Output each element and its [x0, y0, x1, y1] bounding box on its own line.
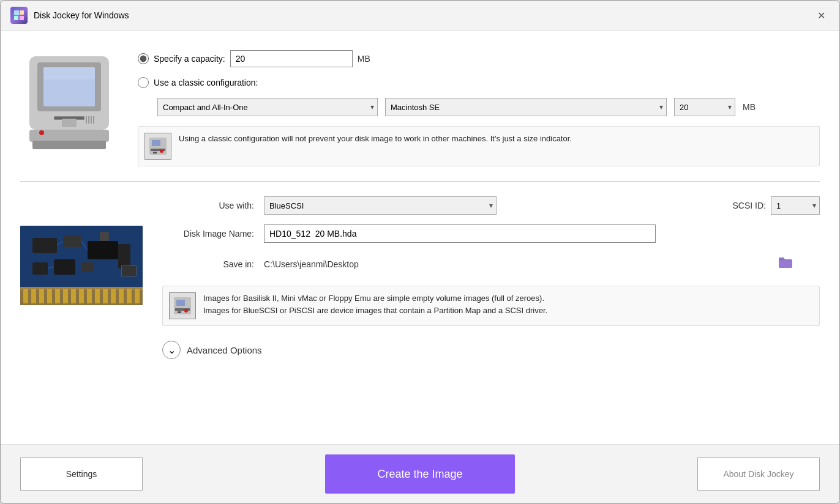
- svg-rect-31: [63, 289, 68, 303]
- footer: Settings Create the Image About Disk Joc…: [1, 444, 839, 503]
- mac-image: [20, 50, 118, 151]
- advanced-chevron-button[interactable]: ⌄: [162, 341, 181, 359]
- app-icon: [10, 7, 28, 24]
- browse-folder-button[interactable]: [776, 253, 795, 276]
- svg-rect-19: [152, 140, 160, 146]
- svg-rect-26: [23, 289, 28, 303]
- size-dropdown-wrapper: 20: [674, 98, 735, 116]
- close-button[interactable]: ✕: [812, 7, 830, 24]
- svg-rect-30: [55, 289, 60, 303]
- form-area: Use with: BlueSCSI SCSI ID: 1: [162, 196, 820, 359]
- svg-rect-3: [20, 16, 24, 20]
- radio-capacity[interactable]: [138, 53, 149, 64]
- scsi-detail: [20, 226, 143, 305]
- radio-capacity-label[interactable]: Specify a capacity:: [154, 54, 225, 64]
- use-with-dropdown[interactable]: BlueSCSI: [264, 196, 497, 215]
- scsi-id-dropdown[interactable]: 1: [771, 196, 820, 215]
- model-dropdown[interactable]: Macintosh SE: [385, 98, 667, 116]
- mb-label-2: MB: [743, 102, 756, 112]
- svg-rect-42: [63, 235, 81, 247]
- svg-rect-40: [135, 289, 140, 303]
- svg-rect-53: [122, 266, 136, 276]
- create-image-button[interactable]: Create the Image: [325, 454, 515, 494]
- svg-rect-38: [119, 289, 124, 303]
- mb-label: MB: [358, 54, 370, 64]
- svg-rect-7: [43, 67, 95, 80]
- disk-name-label: Disk Image Name:: [162, 229, 254, 239]
- scsi-image: [20, 226, 143, 305]
- scsi-id-dropdown-wrapper: 1: [771, 196, 820, 215]
- model-dropdown-wrapper: Macintosh SE: [385, 98, 667, 116]
- info-icon: [144, 133, 171, 160]
- capacity-input[interactable]: [230, 50, 353, 67]
- advanced-options-row: ⌄ Advanced Options: [162, 336, 820, 359]
- save-in-label: Save in:: [162, 259, 254, 269]
- info-text-scsi-group: Images for Basilisk II, Mini vMac or Flo…: [203, 292, 547, 316]
- disk-name-row: Disk Image Name:: [162, 224, 820, 243]
- about-button[interactable]: About Disk Jockey: [697, 458, 820, 491]
- info-box-capacity: Using a classic configuration will not p…: [138, 126, 820, 166]
- svg-rect-45: [54, 259, 75, 275]
- svg-rect-47: [100, 232, 109, 241]
- svg-rect-36: [103, 289, 108, 303]
- category-dropdown-wrapper: Compact and All-In-One: [157, 98, 378, 116]
- info-text-scsi-1: Images for Basilisk II, Mini vMac or Flo…: [203, 292, 547, 305]
- svg-rect-34: [87, 289, 92, 303]
- settings-button[interactable]: Settings: [20, 458, 143, 491]
- svg-rect-1: [20, 10, 24, 15]
- category-dropdown[interactable]: Compact and All-In-One: [157, 98, 378, 116]
- radio-capacity-row: Specify a capacity: MB: [138, 50, 820, 67]
- radio-classic[interactable]: [138, 77, 149, 88]
- capacity-section: Specify a capacity: MB Use a classic con…: [20, 45, 820, 182]
- info-text-scsi-2: Images for BlueSCSI or PiSCSI are device…: [203, 305, 547, 317]
- save-in-path: C:\Users\jeanmi\Desktop: [264, 259, 359, 269]
- svg-rect-35: [95, 289, 100, 303]
- use-with-dropdown-wrapper: BlueSCSI: [264, 196, 497, 215]
- svg-point-58: [184, 309, 188, 313]
- svg-rect-21: [153, 152, 157, 154]
- svg-rect-32: [71, 289, 76, 303]
- svg-rect-17: [62, 119, 77, 127]
- info-icon-2: [169, 292, 196, 319]
- svg-rect-55: [176, 300, 185, 306]
- svg-rect-2: [14, 16, 18, 20]
- size-dropdown[interactable]: 20: [674, 98, 735, 116]
- svg-rect-43: [88, 241, 118, 259]
- svg-rect-28: [39, 289, 44, 303]
- disk-name-input[interactable]: [264, 224, 656, 243]
- svg-rect-57: [178, 311, 181, 313]
- options-area: Specify a capacity: MB Use a classic con…: [138, 45, 820, 166]
- scsi-id-group: SCSI ID: 1: [733, 196, 820, 215]
- radio-classic-label[interactable]: Use a classic configuration:: [154, 78, 258, 87]
- capacity-input-group: MB: [230, 50, 370, 67]
- radio-classic-row: Use a classic configuration:: [138, 77, 820, 88]
- save-in-row: Save in: C:\Users\jeanmi\Desktop: [162, 253, 820, 276]
- dropdown-row: Compact and All-In-One Macintosh SE 20 M…: [157, 98, 820, 116]
- use-with-section: Use with: BlueSCSI SCSI ID: 1: [20, 182, 820, 359]
- svg-rect-39: [127, 289, 132, 303]
- use-with-label: Use with:: [162, 201, 254, 210]
- svg-rect-48: [118, 244, 130, 269]
- svg-rect-37: [111, 289, 116, 303]
- scsi-id-label: SCSI ID:: [733, 201, 766, 210]
- svg-rect-27: [31, 289, 36, 303]
- use-with-row: Use with: BlueSCSI SCSI ID: 1: [162, 196, 820, 215]
- svg-point-12: [39, 130, 44, 135]
- svg-rect-33: [79, 289, 84, 303]
- main-window: Disk Jockey for Windows ✕: [0, 0, 840, 504]
- content-area: Specify a capacity: MB Use a classic con…: [1, 31, 839, 444]
- window-title: Disk Jockey for Windows: [34, 10, 129, 20]
- svg-rect-46: [81, 262, 94, 272]
- title-bar: Disk Jockey for Windows ✕: [1, 1, 839, 31]
- svg-rect-11: [32, 141, 106, 149]
- title-bar-left: Disk Jockey for Windows: [10, 7, 129, 24]
- svg-rect-44: [32, 262, 48, 275]
- info-box-scsi: Images for Basilisk II, Mini vMac or Flo…: [162, 286, 820, 326]
- svg-rect-41: [32, 238, 57, 253]
- advanced-options-label: Advanced Options: [187, 345, 262, 355]
- info-text-capacity: Using a classic configuration will not p…: [179, 133, 572, 145]
- svg-point-22: [160, 149, 163, 153]
- svg-rect-0: [14, 10, 19, 15]
- svg-rect-29: [47, 289, 52, 303]
